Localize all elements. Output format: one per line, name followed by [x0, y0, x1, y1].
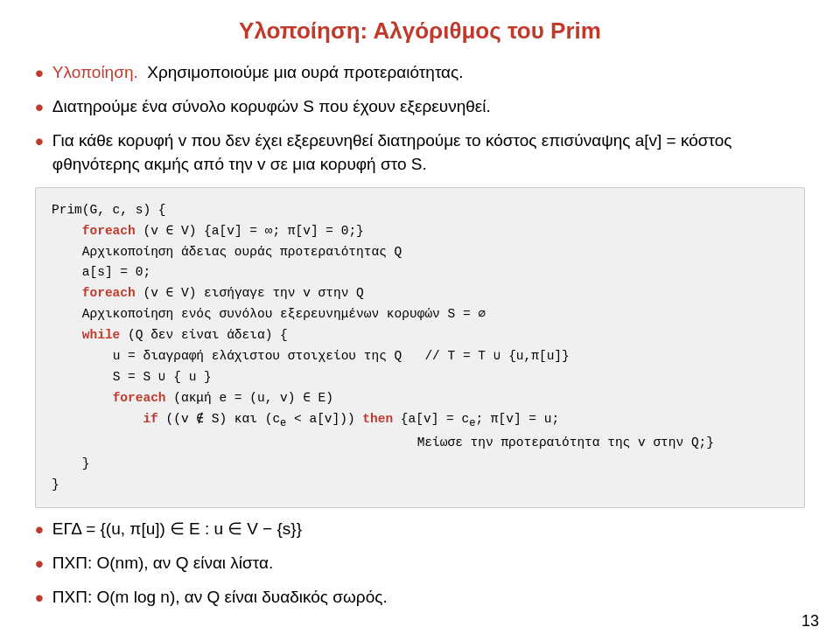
bullet-text-2: Διατηρούμε ένα σύνολο κορυφών S που έχου… [52, 94, 491, 119]
intro-bullets: • Υλοποίηση. Χρησιμοποιούμε μια ουρά προ… [35, 60, 805, 177]
bullet1-red: Υλοποίηση. [52, 63, 138, 81]
code-block: Prim(G, c, s) { foreach (v ∈ V) {a[v] = … [35, 187, 805, 509]
page: Υλοποίηση: Αλγόριθμος του Prim • Υλοποίη… [0, 0, 840, 641]
code-while-kw: while [82, 328, 121, 342]
bottom-text-3: ΠΧΠ: O(m log n), αν Q είναι δυαδικός σωρ… [52, 585, 388, 610]
bottom-text-2: ΠΧΠ: O(nm), αν Q είναι λίστα. [52, 551, 274, 575]
bullet-dot-2: • [35, 94, 44, 122]
code-as: a[s] = 0; [82, 265, 150, 279]
bullet-3: • Για κάθε κορυφή v που δεν έχει εξερευν… [35, 129, 805, 177]
code-while-close: } [82, 456, 90, 470]
page-number: 13 [802, 612, 819, 631]
bullet-dot-1: • [35, 60, 44, 87]
code-init-s: Αρχικοποίηση ενός συνόλου εξερευνημένων … [82, 307, 486, 321]
bottom-dot-1: • [35, 517, 44, 544]
code-then-kw: then [362, 412, 393, 426]
code-if-kw: if [143, 412, 158, 426]
page-title: Υλοποίηση: Αλγόριθμος του Prim [35, 17, 805, 45]
code-foreach2: (v ∈ V) εισήγαγε την v στην Q [136, 286, 364, 300]
code-while: (Q δεν είναι άδεια) { [120, 328, 287, 342]
bottom-dot-2: • [35, 551, 44, 578]
code-main-close: } [52, 477, 60, 491]
code-foreach2-kw: foreach [82, 286, 136, 300]
bullet-1: • Υλοποίηση. Χρησιμοποιούμε μια ουρά προ… [35, 60, 805, 87]
bullet-2: • Διατηρούμε ένα σύνολο κορυφών S που έχ… [35, 94, 805, 122]
bottom-bullet-3: • ΠΧΠ: O(m log n), αν Q είναι δυαδικός σ… [35, 585, 805, 612]
bottom-dot-3: • [35, 585, 44, 612]
bottom-bullet-1: • ΕΓΔ = {(u, π[u]) ∈ Ε : u ∈ V − {s}} [35, 517, 805, 544]
code-u: u = διαγραφή ελάχιστου στοιχείου της Q /… [113, 349, 570, 363]
code-decrease: Μείωσε την προτεραιότητα της v στην Q;} [417, 435, 714, 449]
code-foreach3-kw: foreach [113, 391, 166, 405]
bullet-text-1: Υλοποίηση. Χρησιμοποιούμε μια ουρά προτε… [52, 60, 464, 85]
code-foreach3: (ακμή e = (u, v) ∈ E) [166, 391, 333, 405]
bottom-bullets: • ΕΓΔ = {(u, π[u]) ∈ Ε : u ∈ V − {s}} • … [35, 517, 805, 611]
bullet-text-3: Για κάθε κορυφή v που δεν έχει εξερευνηθ… [52, 129, 805, 177]
code-then: {a[v] = ce; π[v] = u; [393, 412, 559, 426]
bottom-bullet-2: • ΠΧΠ: O(nm), αν Q είναι λίστα. [35, 551, 805, 578]
code-prim-sig: Prim(G, c, s) { [52, 203, 166, 217]
bullet-dot-3: • [35, 129, 44, 156]
code-if: ((v ∉ S) και (ce < a[v])) [158, 412, 363, 426]
code-init-q: Αρχικοποίηση άδειας ουράς προτεραιότητας… [82, 245, 402, 259]
bottom-text-1: ΕΓΔ = {(u, π[u]) ∈ Ε : u ∈ V − {s}} [52, 517, 302, 541]
code-foreach1: (v ∈ V) {a[v] = ∞; π[v] = 0;} [136, 224, 364, 238]
code-foreach1-kw: foreach [82, 224, 136, 238]
code-s: S = S ∪ { u } [113, 370, 212, 384]
